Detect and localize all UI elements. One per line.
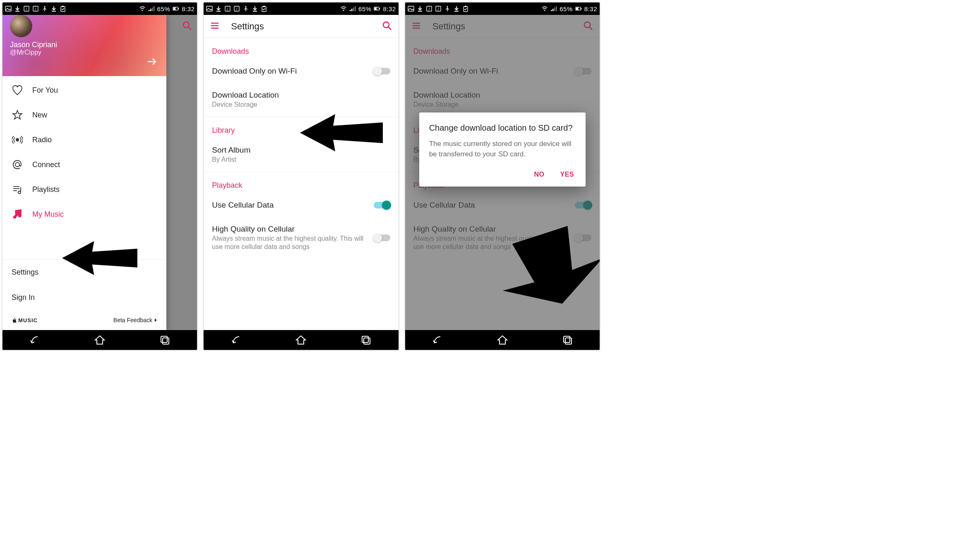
row-hq-cellular[interactable]: High Quality on Cellular Always stream m…: [204, 217, 398, 259]
dev-icon: [23, 5, 30, 12]
row-download-wifi[interactable]: Download Only on Wi-Fi: [204, 59, 398, 83]
wifi-icon: [541, 5, 548, 12]
radio-icon: [12, 134, 23, 146]
profile-name: Jason Cipriani: [10, 41, 159, 49]
drawer-label: New: [32, 111, 47, 120]
row-download-location[interactable]: Download Location Device Storage: [204, 83, 398, 117]
dialog-title: Change download location to SD card?: [429, 122, 576, 133]
search-icon[interactable]: [182, 21, 192, 32]
row-sub: Device Storage: [212, 101, 385, 109]
usb-icon: [243, 5, 249, 12]
home-button[interactable]: [94, 334, 106, 346]
recent-button[interactable]: [159, 334, 171, 346]
row-title: Sort Album: [212, 146, 385, 155]
drawer-label: Playlists: [32, 185, 60, 194]
arrow-right-icon[interactable]: [147, 56, 157, 67]
download-icon: [215, 5, 222, 12]
music-icon: [12, 208, 23, 220]
beta-feedback-link[interactable]: Beta Feedback: [113, 317, 157, 323]
dimmed-content: [166, 15, 197, 330]
toggle-hq[interactable]: [374, 235, 390, 241]
drawer-label: Connect: [32, 160, 60, 169]
battery-icon: [575, 5, 582, 12]
home-button[interactable]: [497, 334, 508, 346]
drawer-item-mymusic[interactable]: My Music: [2, 202, 166, 227]
drawer-signin[interactable]: Sign In: [2, 285, 166, 310]
back-button[interactable]: [29, 334, 41, 346]
dialog-no-button[interactable]: NO: [532, 168, 546, 182]
section-playback: Playback: [204, 172, 398, 193]
row-title: Use Cellular Data: [212, 201, 368, 210]
signal-icon: [550, 5, 557, 12]
drawer-item-new[interactable]: New: [2, 103, 166, 127]
row-sort-album[interactable]: Sort Album By Artist: [204, 138, 398, 172]
hamburger-icon[interactable]: [210, 21, 219, 32]
apple-music-brand: MUSIC: [12, 317, 38, 323]
brand-text: MUSIC: [18, 317, 38, 323]
back-button[interactable]: [432, 334, 443, 346]
usb-icon: [444, 5, 451, 12]
dev-icon: [435, 5, 442, 12]
drawer-header[interactable]: Jason Cipriani @MrCippy: [2, 15, 166, 76]
recent-button[interactable]: [360, 334, 372, 346]
dev-icon: [426, 5, 432, 12]
dialog-yes-button[interactable]: YES: [558, 168, 576, 182]
drawer-item-foryou[interactable]: For You: [2, 78, 166, 103]
drawer-item-playlists[interactable]: Playlists: [2, 177, 166, 202]
section-downloads: Downloads: [204, 38, 398, 59]
picture-icon: [206, 5, 213, 12]
beta-text: Beta Feedback: [113, 317, 152, 323]
toggle-download-wifi[interactable]: [374, 68, 390, 74]
wifi-icon: [340, 5, 347, 12]
drawer-item-connect[interactable]: Connect: [2, 152, 166, 177]
nav-bar: [2, 330, 197, 350]
download-icon: [417, 5, 423, 12]
drawer-settings[interactable]: Settings: [2, 260, 166, 285]
picture-icon: [5, 5, 12, 12]
usb-icon: [41, 5, 48, 12]
panel-2-settings: 65% 8:32 Settings Downloads Download Onl…: [203, 2, 399, 351]
search-icon[interactable]: [382, 21, 392, 32]
back-button[interactable]: [231, 334, 242, 346]
clock: 8:32: [584, 5, 597, 12]
status-bar: 65% 8:32: [2, 2, 197, 15]
panel-3-dialog: 65% 8:32 Settings Downloads Download Onl…: [404, 2, 601, 351]
drawer-label: Radio: [32, 136, 52, 144]
nav-bar: [405, 330, 600, 350]
wifi-icon: [139, 5, 146, 12]
nav-drawer: Jason Cipriani @MrCippy For You New Radi…: [2, 15, 166, 330]
download-icon: [14, 5, 21, 12]
clock: 8:32: [182, 5, 195, 12]
status-bar: 65% 8:32: [405, 2, 600, 15]
at-icon: [12, 159, 23, 170]
battery-icon: [374, 5, 380, 12]
recent-button[interactable]: [562, 334, 573, 346]
header-title: Settings: [231, 21, 264, 32]
drawer-label: My Music: [32, 210, 64, 219]
section-library: Library: [204, 117, 398, 138]
home-button[interactable]: [295, 334, 307, 346]
row-title: Download Location: [212, 91, 385, 100]
signal-icon: [349, 5, 356, 12]
drawer-label: For You: [32, 86, 58, 95]
battery-pct: 65%: [560, 5, 573, 12]
row-cellular-data[interactable]: Use Cellular Data: [204, 193, 398, 217]
clipboard-icon: [462, 5, 469, 12]
dev-icon: [224, 5, 231, 12]
drawer-item-radio[interactable]: Radio: [2, 127, 166, 152]
clipboard-icon: [60, 5, 66, 12]
nav-bar: [204, 330, 398, 350]
apple-icon: [12, 317, 17, 323]
profile-handle: @MrCippy: [10, 49, 159, 56]
download-icon: [453, 5, 460, 12]
row-title: Download Only on Wi-Fi: [212, 67, 368, 76]
dev-icon: [32, 5, 39, 12]
star-icon: [12, 109, 23, 121]
battery-icon: [173, 5, 179, 12]
panel-1-drawer: 65% 8:32 Jason Cipriani @MrCippy For You…: [2, 2, 198, 351]
signal-icon: [148, 5, 155, 12]
heart-icon: [12, 84, 23, 96]
dev-icon: [233, 5, 240, 12]
toggle-cellular[interactable]: [374, 202, 390, 208]
app-header: Settings: [204, 15, 398, 38]
